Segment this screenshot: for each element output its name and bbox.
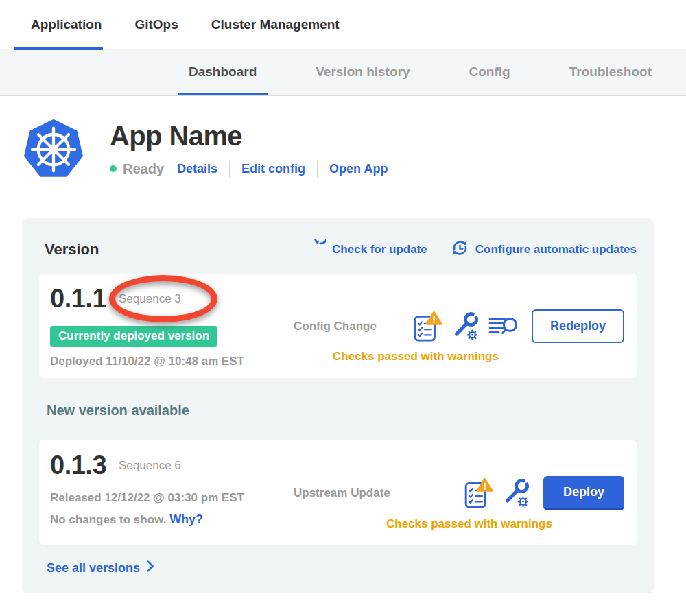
available-version-card: 0.1.3 Sequence 6 Released 12/12/22 @ 03:… bbox=[39, 440, 637, 545]
nav-item-application[interactable]: Application bbox=[31, 0, 102, 49]
version-section-title: Version bbox=[45, 241, 99, 259]
released-timestamp: Released 12/12/22 @ 03:30 pm EST bbox=[50, 491, 271, 505]
see-all-versions-link[interactable]: See all versions bbox=[47, 560, 637, 576]
divider bbox=[229, 161, 230, 177]
tab-dashboard[interactable]: Dashboard bbox=[178, 49, 268, 95]
details-link[interactable]: Details bbox=[177, 162, 217, 176]
available-version-source: Upstream Update bbox=[294, 486, 390, 500]
preflight-checklist-warning-icon[interactable] bbox=[413, 311, 442, 342]
scheduled-update-icon bbox=[451, 239, 469, 261]
tab-version-history[interactable]: Version history bbox=[305, 49, 421, 95]
deployed-timestamp: Deployed 11/10/22 @ 10:48 am EST bbox=[50, 355, 271, 368]
chevron-right-icon bbox=[147, 560, 154, 576]
tab-troubleshoot[interactable]: Troubleshoot bbox=[558, 49, 663, 95]
app-tab-bar: Dashboard Version history Config Trouble… bbox=[0, 49, 686, 96]
checks-status-current: Checks passed with warnings bbox=[333, 350, 499, 364]
why-link[interactable]: Why? bbox=[169, 512, 203, 526]
file-diff-magnifier-icon[interactable] bbox=[488, 316, 519, 337]
nav-item-gitops[interactable]: GitOps bbox=[134, 0, 178, 49]
new-version-heading: New version available bbox=[47, 403, 637, 418]
status-dot bbox=[110, 165, 117, 172]
wrench-gear-icon[interactable] bbox=[452, 311, 478, 342]
checks-status-available: Checks passed with warnings bbox=[386, 517, 552, 531]
available-sequence-label: Sequence 6 bbox=[119, 459, 181, 473]
app-header: App Name Ready Details Edit config Open … bbox=[0, 96, 686, 184]
page-title: App Name bbox=[110, 121, 388, 152]
wrench-gear-icon[interactable] bbox=[503, 478, 529, 508]
current-version-source: Config Change bbox=[294, 320, 377, 333]
see-all-versions-label: See all versions bbox=[47, 561, 140, 576]
refresh-icon bbox=[308, 239, 326, 261]
tab-config[interactable]: Config bbox=[458, 49, 521, 95]
no-changes-text: No changes to show. bbox=[50, 513, 166, 526]
edit-config-link[interactable]: Edit config bbox=[241, 162, 305, 176]
configure-automatic-updates-label: Configure automatic updates bbox=[475, 243, 637, 257]
primary-nav: Application GitOps Cluster Management bbox=[0, 0, 686, 49]
available-version-number: 0.1.3 bbox=[50, 451, 106, 480]
current-version-card: 0.1.1 Sequence 3 Currently deployed vers… bbox=[39, 274, 637, 378]
redeploy-button[interactable]: Redeploy bbox=[532, 309, 624, 343]
check-for-update-button[interactable]: Check for update bbox=[308, 239, 427, 261]
current-sequence-label: Sequence 3 bbox=[119, 292, 181, 306]
configure-automatic-updates-button[interactable]: Configure automatic updates bbox=[451, 239, 637, 261]
kubernetes-logo-icon bbox=[22, 118, 85, 184]
divider bbox=[317, 161, 318, 177]
currently-deployed-badge: Currently deployed version bbox=[50, 326, 217, 347]
deploy-button[interactable]: Deploy bbox=[543, 476, 624, 510]
current-version-number: 0.1.1 bbox=[50, 284, 106, 313]
check-for-update-label: Check for update bbox=[332, 243, 427, 257]
version-panel: Version Check for update bbox=[22, 218, 654, 593]
open-app-link[interactable]: Open App bbox=[329, 162, 388, 176]
nav-item-cluster-management[interactable]: Cluster Management bbox=[211, 0, 340, 49]
status-badge: Ready bbox=[123, 161, 164, 177]
preflight-checklist-warning-icon[interactable] bbox=[464, 477, 493, 509]
